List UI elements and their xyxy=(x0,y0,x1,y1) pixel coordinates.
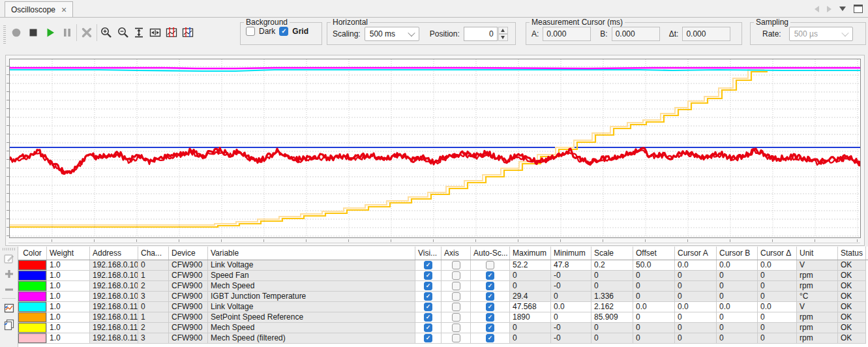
column-header-auto[interactable]: Auto-Sc... xyxy=(471,247,510,260)
column-header-cha[interactable]: Cha... xyxy=(138,247,169,260)
axis-checkbox[interactable] xyxy=(452,303,460,311)
cell-weight[interactable]: 1.0 xyxy=(47,260,90,271)
axis-checkbox[interactable] xyxy=(452,292,460,301)
scaling-select[interactable]: 500 ms xyxy=(365,27,419,41)
cell-cursor_a[interactable]: 0 xyxy=(675,312,717,323)
cell-cursor_delta[interactable]: 0 xyxy=(758,312,797,323)
cell-weight[interactable]: 1.0 xyxy=(47,302,90,312)
chevron-right-icon[interactable] xyxy=(827,6,831,12)
chevron-down-icon[interactable] xyxy=(839,7,846,11)
column-header-offset[interactable]: Offset xyxy=(633,247,675,260)
cell-axis[interactable] xyxy=(441,281,471,292)
column-header-unit[interactable]: Unit xyxy=(797,247,838,260)
visi-checkbox[interactable] xyxy=(424,303,432,311)
cell-cursor_a[interactable]: 0.0 xyxy=(675,260,717,271)
column-header-visi[interactable]: Visi... xyxy=(415,247,441,260)
cell-visi[interactable] xyxy=(415,281,441,292)
cell-minimum[interactable]: -0 xyxy=(551,281,591,292)
cell-cursor_b[interactable]: 0 xyxy=(717,333,758,344)
cell-visi[interactable] xyxy=(415,323,441,333)
cell-cursor_delta[interactable]: 0 xyxy=(758,292,797,302)
cell-cursor_b[interactable]: 0 xyxy=(717,323,758,333)
cell-scale[interactable]: 2.162 xyxy=(591,302,633,312)
axis-checkbox[interactable] xyxy=(452,271,460,280)
cell-weight[interactable]: 1.0 xyxy=(47,271,90,281)
visi-checkbox[interactable] xyxy=(424,324,432,332)
cell-cursor_a[interactable]: 0 xyxy=(675,333,717,344)
column-header-variable[interactable]: Variable xyxy=(208,247,415,260)
cell-color[interactable] xyxy=(18,323,47,333)
cell-axis[interactable] xyxy=(441,271,471,281)
visi-checkbox[interactable] xyxy=(424,271,432,280)
column-header-scale[interactable]: Scale xyxy=(591,247,633,260)
maximize-icon[interactable] xyxy=(854,5,863,13)
cell-visi[interactable] xyxy=(415,292,441,302)
cell-scale[interactable]: 0 xyxy=(591,271,633,281)
cell-maximum[interactable]: 0 xyxy=(510,333,551,344)
cell-cursor_a[interactable]: 0 xyxy=(675,271,717,281)
column-header-minimum[interactable]: Minimum xyxy=(551,247,591,260)
stop-button[interactable] xyxy=(26,25,40,40)
pause-button[interactable] xyxy=(60,25,74,40)
cell-cursor_delta[interactable]: 0.0 xyxy=(758,302,797,312)
cell-visi[interactable] xyxy=(415,333,441,344)
fit-vertical-button[interactable] xyxy=(132,25,146,40)
channel-toolbar-drag-handle[interactable] xyxy=(3,248,16,250)
cell-maximum[interactable]: 1890 xyxy=(510,312,551,323)
cell-cursor_b[interactable]: 0.0 xyxy=(717,260,758,271)
cell-auto[interactable] xyxy=(471,323,510,333)
cell-cursor_delta[interactable]: 0 xyxy=(758,333,797,344)
cell-auto[interactable] xyxy=(471,281,510,292)
cell-auto[interactable] xyxy=(471,271,510,281)
cell-minimum[interactable]: 47.8 xyxy=(551,260,591,271)
cell-minimum[interactable]: 0 xyxy=(551,312,591,323)
dark-checkbox[interactable] xyxy=(246,27,255,36)
cell-scale[interactable]: 1.336 xyxy=(591,292,633,302)
record-button[interactable] xyxy=(9,25,23,40)
position-value[interactable]: 0 xyxy=(464,27,498,41)
cell-weight[interactable]: 1.0 xyxy=(47,323,90,333)
cell-minimum[interactable]: -0 xyxy=(551,271,591,281)
column-header-color[interactable]: Color xyxy=(18,247,47,260)
cell-visi[interactable] xyxy=(415,260,441,271)
auto-checkbox[interactable] xyxy=(486,303,494,311)
cell-auto[interactable] xyxy=(471,260,510,271)
cell-auto[interactable] xyxy=(471,312,510,323)
zoom-in-button[interactable] xyxy=(99,25,113,40)
axis-checkbox[interactable] xyxy=(452,282,460,290)
cell-cursor_delta[interactable]: 0 xyxy=(758,281,797,292)
cell-cursor_b[interactable]: 0 xyxy=(717,292,758,302)
axis-checkbox[interactable] xyxy=(452,324,460,332)
axis-checkbox[interactable] xyxy=(452,334,460,342)
grid-checkbox[interactable] xyxy=(279,27,288,36)
cell-scale[interactable]: 0.2 xyxy=(591,260,633,271)
cell-axis[interactable] xyxy=(441,323,471,333)
cell-axis[interactable] xyxy=(441,260,471,271)
cursor-chart-red-button[interactable] xyxy=(164,25,179,40)
cell-maximum[interactable]: 47.568 xyxy=(510,302,551,312)
play-button[interactable] xyxy=(43,25,57,40)
visi-checkbox[interactable] xyxy=(424,334,432,342)
toolbar-drag-handle[interactable] xyxy=(3,25,6,44)
cursor-dt-field[interactable]: 0.000 xyxy=(682,27,730,41)
visi-checkbox[interactable] xyxy=(424,292,432,301)
visi-checkbox[interactable] xyxy=(424,282,432,290)
cell-axis[interactable] xyxy=(441,302,471,312)
cell-scale[interactable]: 85.909 xyxy=(591,312,633,323)
cell-scale[interactable]: 0 xyxy=(591,281,633,292)
cell-visi[interactable] xyxy=(415,312,441,323)
cell-cursor_a[interactable]: 0 xyxy=(675,323,717,333)
cell-minimum[interactable]: 0.0 xyxy=(551,302,591,312)
cell-auto[interactable] xyxy=(471,292,510,302)
cell-axis[interactable] xyxy=(441,333,471,344)
remove-channel-button[interactable] xyxy=(2,282,16,297)
cell-visi[interactable] xyxy=(415,271,441,281)
cell-cursor_delta[interactable]: 0 xyxy=(758,271,797,281)
cell-minimum[interactable]: -0 xyxy=(551,333,591,344)
cell-cursor_delta[interactable]: 0.0 xyxy=(758,260,797,271)
cell-offset[interactable]: 0.0 xyxy=(633,302,675,312)
column-header-axis[interactable]: Axis xyxy=(441,247,471,260)
column-header-address[interactable]: Address xyxy=(90,247,138,260)
cell-weight[interactable]: 1.0 xyxy=(47,333,90,344)
cell-offset[interactable]: 0 xyxy=(633,333,675,344)
